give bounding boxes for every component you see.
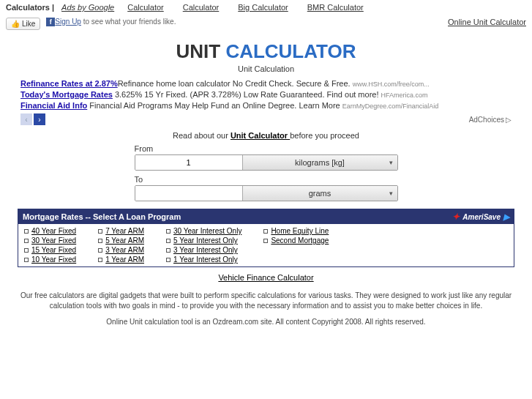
read-pre: Read about our xyxy=(173,131,231,140)
from-value-input[interactable] xyxy=(135,155,243,170)
loan-link[interactable]: 1 Year Interest Only xyxy=(173,256,238,264)
loan-link[interactable]: 3 Year ARM xyxy=(105,246,144,254)
bullet-icon xyxy=(98,229,102,234)
from-row: kilograms [kg] ▾ xyxy=(135,154,398,171)
like-button[interactable]: 👍 Like xyxy=(6,18,40,30)
page-title: UNIT CALCULATOR xyxy=(0,40,532,63)
top-link-1[interactable]: Calculator xyxy=(127,3,164,12)
loan-link[interactable]: 30 Year Fixed xyxy=(31,236,76,245)
facebook-row: 👍 Like f Sign Up to see what your friend… xyxy=(0,15,532,36)
ad-desc-3: Financial Aid Programs May Help Fund an … xyxy=(87,101,342,110)
adchoices-link[interactable]: AdChoices ▷ xyxy=(469,116,512,124)
read-about: Read about our Unit Calculator before yo… xyxy=(0,131,532,140)
to-row: grams ▾ xyxy=(135,185,398,201)
bullet-icon xyxy=(166,248,171,253)
ad-prev-button[interactable]: ‹ xyxy=(20,113,32,125)
bullet-icon xyxy=(98,239,102,243)
adchoices-label: AdChoices xyxy=(469,116,504,124)
ad-src-3: EarnMyDegree.com/FinancialAid xyxy=(342,102,439,110)
footer-paragraph-1: Our free calculators are digital gadgets… xyxy=(0,288,532,314)
ad-link-3[interactable]: Financial Aid Info xyxy=(20,101,87,110)
topbar: Calculators | Ads by Google Calculator C… xyxy=(0,0,532,15)
subtitle: Unit Calculation xyxy=(0,64,532,73)
from-unit-select[interactable]: kilograms [kg] ▾ xyxy=(243,155,397,170)
like-label: Like xyxy=(22,20,35,28)
fb-suffix: to see what your friends like. xyxy=(81,18,176,26)
mortgage-col-2: 7 Year ARM 5 Year ARM 3 Year ARM 1 Year … xyxy=(98,227,144,264)
mortgage-body: 40 Year Fixed 30 Year Fixed 15 Year Fixe… xyxy=(18,224,514,266)
ad-desc-1: Refinance home loan calculator No Credit… xyxy=(118,79,353,88)
loan-link[interactable]: 15 Year Fixed xyxy=(31,246,76,254)
to-unit-label: grams xyxy=(309,189,331,198)
loan-link[interactable]: 30 Year Interest Only xyxy=(173,227,241,235)
loan-link[interactable]: 7 Year ARM xyxy=(105,227,144,235)
title-part1: UNIT xyxy=(176,40,225,62)
read-post: before you proceed xyxy=(290,131,359,140)
ad-next-button[interactable]: › xyxy=(34,113,45,125)
chevron-down-icon: ▾ xyxy=(389,159,393,166)
ad-src-1: www.HSH.com/free/com... xyxy=(353,81,430,88)
facebook-icon: f xyxy=(46,18,55,26)
vehicle-link-row: Vehicle Finance Calculator xyxy=(0,273,532,282)
ad-link-2[interactable]: Today's Mortgage Rates xyxy=(20,90,113,99)
mortgage-col-4: Home Equity Line Second Mortgage xyxy=(263,227,329,264)
unit-calculator-link[interactable]: Unit Calculator xyxy=(231,131,290,140)
vehicle-finance-link[interactable]: Vehicle Finance Calculator xyxy=(218,273,313,282)
loan-link[interactable]: 5 Year ARM xyxy=(105,236,144,245)
loan-link[interactable]: 1 Year ARM xyxy=(105,256,144,264)
top-link-3[interactable]: Big Calculator xyxy=(238,3,288,12)
loan-link[interactable]: 3 Year Interest Only xyxy=(173,246,238,254)
mortgage-col-3: 30 Year Interest Only 5 Year Interest On… xyxy=(166,227,241,264)
calculators-label: Calculators | xyxy=(6,3,54,12)
top-link-4[interactable]: BMR Calculator xyxy=(307,3,364,12)
bullet-icon xyxy=(24,229,29,234)
ad-block: Refinance Rates at 2.87%Refinance home l… xyxy=(0,79,532,110)
loan-link[interactable]: Second Mortgage xyxy=(271,236,329,245)
from-unit-label: kilograms [kg] xyxy=(295,158,345,167)
converter: From kilograms [kg] ▾ To grams ▾ xyxy=(135,144,398,201)
title-part2: CALCULATOR xyxy=(225,40,356,62)
bullet-icon xyxy=(24,258,29,262)
ad-link-1[interactable]: Refinance Rates at 2.87% xyxy=(20,79,118,88)
mortgage-header-text: Mortgage Rates -- Select A Loan Program xyxy=(23,212,181,221)
ad-src-2: HFAmerica.com xyxy=(381,92,428,99)
mortgage-col-1: 40 Year Fixed 30 Year Fixed 15 Year Fixe… xyxy=(24,227,76,264)
mortgage-header: Mortgage Rates -- Select A Loan Program … xyxy=(18,209,514,224)
ad-line-3: Financial Aid Info Financial Aid Program… xyxy=(20,101,512,110)
star-icon: ✦ xyxy=(452,212,460,222)
chevron-down-icon: ▾ xyxy=(389,190,393,197)
to-label: To xyxy=(135,175,398,184)
ad-desc-2: 3.625% 15 Yr Fixed. (APR 3.728%) Low Rat… xyxy=(113,90,381,99)
loan-link[interactable]: 5 Year Interest Only xyxy=(173,236,238,245)
loan-link[interactable]: 10 Year Fixed xyxy=(31,256,76,264)
online-unit-calculator-link[interactable]: Online Unit Calculator xyxy=(448,18,526,26)
to-value-input[interactable] xyxy=(135,186,243,201)
bullet-icon xyxy=(166,258,171,262)
loan-link[interactable]: Home Equity Line xyxy=(271,227,329,235)
brand-label: AmeriSave xyxy=(462,213,501,221)
bullet-icon xyxy=(166,229,171,234)
top-link-2[interactable]: Calculator xyxy=(183,3,220,12)
ad-nav: ‹ › AdChoices ▷ xyxy=(0,112,532,127)
loan-link[interactable]: 40 Year Fixed xyxy=(31,227,76,235)
ad-line-2: Today's Mortgage Rates 3.625% 15 Yr Fixe… xyxy=(20,90,512,99)
to-unit-select[interactable]: grams ▾ xyxy=(243,186,397,201)
from-label: From xyxy=(135,144,398,153)
ads-by-google[interactable]: Ads by Google xyxy=(61,3,114,12)
bullet-icon xyxy=(24,248,29,253)
bullet-icon xyxy=(98,258,102,262)
bullet-icon xyxy=(24,239,29,243)
ad-line-1: Refinance Rates at 2.87%Refinance home l… xyxy=(20,79,512,88)
signup-link[interactable]: Sign Up xyxy=(55,18,81,26)
footer-paragraph-2: Online Unit calculation tool is an Ozdre… xyxy=(0,314,532,330)
mortgage-box: Mortgage Rates -- Select A Loan Program … xyxy=(18,209,514,267)
bullet-icon xyxy=(98,248,102,253)
thumb-icon: 👍 xyxy=(11,20,20,28)
mortgage-brand[interactable]: ✦ AmeriSave ▶ xyxy=(452,212,509,222)
facebook-text: Sign Up to see what your friends like. xyxy=(55,18,448,26)
bullet-icon xyxy=(263,229,268,234)
arrow-icon: ▶ xyxy=(503,212,509,222)
bullet-icon xyxy=(263,239,268,243)
bullet-icon xyxy=(166,239,171,243)
adchoices-icon: ▷ xyxy=(506,116,512,124)
